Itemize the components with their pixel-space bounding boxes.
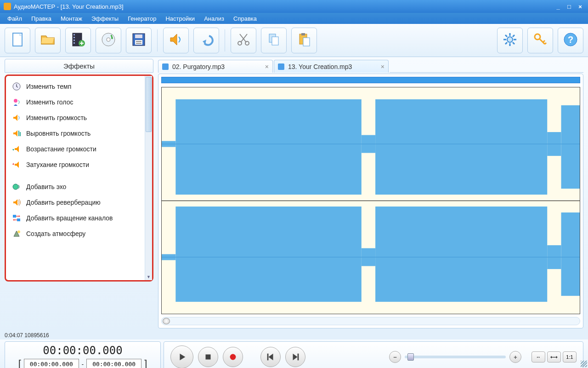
svg-rect-56	[267, 354, 269, 361]
burn-cd-button[interactable]	[96, 28, 121, 53]
effect-channel-rotation[interactable]: Добавить вращение каналов	[8, 210, 143, 226]
waveform-container	[158, 74, 583, 328]
zoom-in-button[interactable]: +	[509, 351, 521, 363]
time-panel: 00:00:00.000 [ - ]	[5, 341, 161, 368]
app-icon	[4, 3, 11, 10]
effect-change-volume[interactable]: Изменить громкость	[8, 110, 143, 126]
svg-rect-12	[135, 34, 142, 38]
copy-icon	[266, 31, 282, 49]
window-title: АудиоМАСТЕР - [13. Your Creation.mp3]	[14, 3, 554, 10]
resize-grip[interactable]	[581, 361, 587, 367]
save-button[interactable]	[126, 28, 152, 53]
effect-label: Изменить темп	[26, 83, 71, 91]
svg-rect-30	[18, 131, 19, 136]
next-button[interactable]	[285, 347, 305, 367]
menu-analysis[interactable]: Анализ	[199, 14, 229, 23]
effect-add-reverb[interactable]: Добавить реверберацию	[8, 195, 143, 210]
tab-close-button[interactable]: ×	[265, 63, 269, 70]
effects-scrollbar[interactable]: ▲ ▼	[145, 76, 152, 280]
waveform-display[interactable]	[161, 87, 580, 314]
svg-rect-3	[74, 34, 75, 35]
tab-label: 13. Your Creation.mp3	[288, 63, 352, 70]
svg-rect-20	[272, 37, 278, 45]
speaker-wave-icon	[168, 31, 184, 49]
effect-label: Изменить громкость	[26, 114, 87, 122]
svg-marker-35	[19, 215, 20, 217]
register-button[interactable]	[527, 28, 553, 53]
cd-music-icon	[100, 31, 117, 49]
close-button[interactable]: ×	[576, 3, 584, 10]
effects-panel: Эффекты Изменить темп Изменить голос Изм…	[0, 57, 156, 331]
tab-purgatory[interactable]: 02. Purgatory.mp3 ×	[158, 60, 273, 73]
volume-effect-button[interactable]	[163, 28, 189, 53]
paste-button[interactable]	[291, 28, 317, 53]
zoom-out-button[interactable]: −	[389, 351, 401, 363]
menu-help[interactable]: Справка	[229, 14, 261, 23]
open-file-button[interactable]	[35, 28, 61, 53]
svg-rect-23	[303, 38, 310, 46]
effect-normalize-volume[interactable]: Выровнять громкость	[8, 126, 143, 141]
tab-label: 02. Purgatory.mp3	[172, 63, 225, 70]
import-video-button[interactable]	[65, 28, 91, 53]
bottom-panel: 00:00:00.000 [ - ] − + ↔ ⟷ 1:1	[0, 339, 588, 368]
effect-change-tempo[interactable]: Изменить темп	[8, 79, 143, 94]
play-button[interactable]	[170, 345, 193, 368]
horizontal-scrollbar[interactable]	[161, 317, 580, 325]
playback-time: 00:00:00.000	[43, 344, 122, 357]
menubar: Файл Правка Монтаж Эффекты Генератор Нас…	[0, 13, 588, 24]
fit-horizontal-button[interactable]: ↔	[531, 351, 545, 362]
clock-icon	[11, 81, 22, 92]
svg-rect-33	[13, 215, 16, 218]
scissors-icon	[235, 31, 252, 49]
selection-start-input[interactable]	[24, 359, 79, 368]
audio-file-icon	[162, 63, 169, 70]
help-button[interactable]: ?	[558, 28, 583, 53]
speaker-eq-icon	[11, 128, 22, 138]
effect-add-echo[interactable]: Добавить эхо	[8, 179, 143, 195]
menu-generator[interactable]: Генератор	[123, 14, 161, 23]
effect-label: Добавить вращение каналов	[26, 214, 113, 222]
cut-button[interactable]	[231, 28, 256, 53]
svg-rect-5	[74, 40, 75, 41]
scroll-thumb[interactable]	[146, 77, 152, 132]
minimize-button[interactable]: _	[554, 3, 562, 10]
svg-rect-43	[561, 105, 580, 189]
tab-close-button[interactable]: ×	[381, 63, 384, 70]
zoom-slider[interactable]	[405, 356, 506, 358]
floppy-disk-icon	[130, 31, 147, 49]
svg-point-10	[111, 37, 113, 39]
effect-change-voice[interactable]: Изменить голос	[8, 94, 143, 110]
menu-settings[interactable]: Настройки	[161, 14, 199, 23]
effect-fade-out[interactable]: Затухание громкости	[8, 157, 143, 172]
svg-rect-47	[375, 207, 547, 302]
svg-rect-13	[135, 40, 142, 45]
menu-montage[interactable]: Монтаж	[56, 14, 87, 23]
svg-rect-41	[375, 99, 547, 195]
overview-bar[interactable]	[161, 77, 580, 83]
menu-effects[interactable]: Эффекты	[87, 14, 123, 23]
selection-end-input[interactable]	[86, 359, 141, 368]
effect-label: Добавить реверберацию	[26, 199, 101, 207]
tab-your-creation[interactable]: 13. Your Creation.mp3 ×	[274, 60, 389, 73]
undo-button[interactable]	[193, 28, 219, 53]
svg-rect-34	[17, 218, 20, 221]
svg-marker-36	[13, 219, 14, 221]
effect-fade-in[interactable]: Возрастание громкости	[8, 141, 143, 157]
menu-file[interactable]: Файл	[3, 14, 27, 23]
zoom-thumb[interactable]	[407, 353, 414, 361]
settings-button[interactable]	[497, 28, 523, 53]
copy-button[interactable]	[261, 28, 287, 53]
stop-button[interactable]	[198, 347, 218, 367]
fit-selection-button[interactable]: ⟷	[547, 351, 561, 362]
maximize-button[interactable]: □	[565, 3, 573, 10]
prev-button[interactable]	[260, 347, 281, 367]
effect-create-atmosphere[interactable]: Создать атмосферу	[8, 226, 143, 242]
scroll-thumb[interactable]	[163, 318, 170, 324]
svg-text:?: ?	[568, 34, 573, 45]
record-button[interactable]	[223, 347, 243, 367]
zoom-1to1-button[interactable]: 1:1	[563, 351, 577, 362]
new-file-button[interactable]	[5, 28, 30, 53]
svg-rect-31	[20, 132, 21, 136]
scroll-down-icon[interactable]: ▼	[145, 274, 152, 280]
menu-edit[interactable]: Правка	[27, 14, 56, 23]
